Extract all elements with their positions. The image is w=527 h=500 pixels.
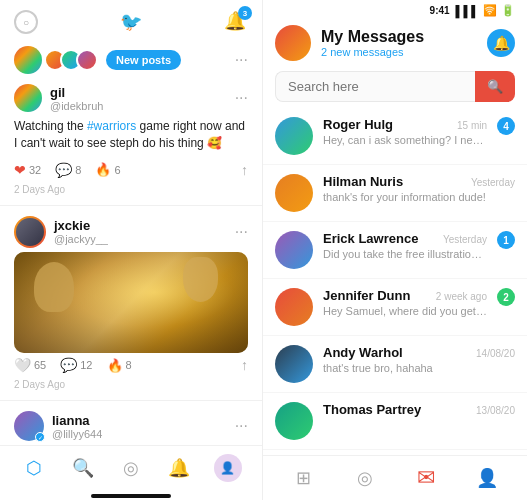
back-icon[interactable]: ○ — [14, 10, 38, 34]
status-icons: ▌▌▌ 🛜 🔋 — [456, 4, 515, 17]
erick-time: Yesterday — [443, 234, 487, 245]
post2-like-button[interactable]: 🤍 65 — [14, 357, 46, 373]
erick-preview: Did you take the free illustration class… — [323, 248, 487, 260]
roger-message-body: Roger Hulg 15 min Hey, can i ask somethi… — [323, 117, 487, 146]
erick-badge: 1 — [497, 231, 515, 249]
wifi-icon: 🛜 — [483, 4, 497, 17]
nav-home-icon[interactable]: ⬡ — [20, 454, 48, 482]
post2-share-icon[interactable]: ↑ — [241, 357, 248, 373]
post1-fires-count: 6 — [114, 164, 120, 176]
thomas-avatar — [275, 402, 313, 440]
search-input[interactable] — [275, 71, 475, 102]
right-nav-activity-icon[interactable]: ◎ — [351, 464, 379, 492]
right-nav-compose-icon[interactable]: ✉ — [412, 464, 440, 492]
post1-actions: ❤ 32 💬 8 🔥 6 ↑ — [0, 158, 262, 182]
status-bar: 9:41 ▌▌▌ 🛜 🔋 — [263, 0, 527, 17]
post1-more-icon[interactable]: ··· — [235, 89, 248, 107]
post3-more-icon[interactable]: ··· — [235, 417, 248, 435]
jennifer-time: 2 week ago — [436, 291, 487, 302]
nav-activity-icon[interactable]: ◎ — [117, 454, 145, 482]
search-button[interactable]: 🔍 — [475, 71, 515, 102]
divider-2 — [0, 400, 262, 401]
new-posts-button[interactable]: New posts — [106, 50, 181, 70]
nav-profile-icon[interactable]: 👤 — [214, 454, 242, 482]
post3-display-name: lianna — [52, 413, 102, 428]
andy-avatar — [275, 345, 313, 383]
jennifer-badge: 2 — [497, 288, 515, 306]
post3-username: lianna @lillyy644 — [52, 413, 102, 440]
status-time: 9:41 — [430, 5, 450, 16]
post2-likes-count: 65 — [34, 359, 46, 371]
erick-name: Erick Lawrence — [323, 231, 418, 246]
andy-message-body: Andy Warhol 14/08/20 that's true bro, ha… — [323, 345, 515, 374]
post2-more-icon[interactable]: ··· — [235, 223, 248, 241]
message-item-thomas[interactable]: Thomas Partrey 13/08/20 — [263, 393, 527, 450]
hilman-name-row: Hilman Nuris Yesterday — [323, 174, 515, 189]
post2-actions: 🤍 65 💬 12 🔥 8 ↑ — [0, 353, 262, 377]
jennifer-avatar — [275, 288, 313, 326]
roger-preview: Hey, can i ask something? I need your he… — [323, 134, 487, 146]
hilman-time: Yesterday — [471, 177, 515, 188]
my-messages-title: My Messages — [321, 28, 477, 46]
message-item-jennifer[interactable]: Jennifer Dunn 2 week ago Hey Samuel, whe… — [263, 279, 527, 336]
left-panel: ○ 🐦 🔔 3 New posts ··· gil @idekbruh ··· … — [0, 0, 263, 500]
post2-username: jxckie @jackyy__ — [54, 218, 108, 245]
right-panel: 9:41 ▌▌▌ 🛜 🔋 My Messages 2 new messages … — [263, 0, 527, 500]
andy-name: Andy Warhol — [323, 345, 403, 360]
right-bottom-nav: ⊞ ◎ ✉ 👤 — [263, 455, 527, 500]
erick-avatar — [275, 231, 313, 269]
post2-avatar — [14, 216, 46, 248]
roger-badge: 4 — [497, 117, 515, 135]
post1-fire-button[interactable]: 🔥 6 — [95, 162, 120, 177]
hilman-preview: thank's for your information dude! — [323, 191, 515, 203]
header-title-block: My Messages 2 new messages — [321, 28, 477, 58]
post1-likes-count: 32 — [29, 164, 41, 176]
message-item-roger[interactable]: Roger Hulg 15 min Hey, can i ask somethi… — [263, 108, 527, 165]
andy-preview: that's true bro, hahaha — [323, 362, 515, 374]
post2-comment-button[interactable]: 💬 12 — [60, 357, 92, 373]
post1-avatar — [14, 84, 42, 112]
jennifer-preview: Hey Samuel, where did you get your point… — [323, 305, 487, 317]
thomas-time: 13/08/20 — [476, 405, 515, 416]
post3-avatar: ✓ — [14, 411, 44, 441]
post2-time: 2 Days Ago — [0, 377, 262, 396]
post2-handle: @jackyy__ — [54, 233, 108, 245]
heart-icon-2: 🤍 — [14, 357, 31, 373]
more-options-icon[interactable]: ··· — [235, 51, 248, 69]
post3-author-row: ✓ lianna @lillyy644 ··· — [0, 405, 262, 445]
heart-icon: ❤ — [14, 162, 26, 178]
notifications-button[interactable]: 🔔 — [487, 29, 515, 57]
left-header: ○ 🐦 🔔 3 — [0, 0, 262, 40]
message-item-andy[interactable]: Andy Warhol 14/08/20 that's true bro, ha… — [263, 336, 527, 393]
post1-time: 2 Days Ago — [0, 182, 262, 201]
avatar-post-user — [14, 46, 42, 74]
post1-text: Watching the #warriors game right now an… — [0, 116, 262, 158]
divider-1 — [0, 205, 262, 206]
my-messages-avatar — [275, 25, 311, 61]
nav-search-icon[interactable]: 🔍 — [69, 454, 97, 482]
right-nav-profile-icon[interactable]: 👤 — [473, 464, 501, 492]
hilman-message-body: Hilman Nuris Yesterday thank's for your … — [323, 174, 515, 203]
message-item-erick[interactable]: Erick Lawrence Yesterday Did you take th… — [263, 222, 527, 279]
post2-fire-button[interactable]: 🔥 8 — [107, 358, 132, 373]
erick-name-row: Erick Lawrence Yesterday — [323, 231, 487, 246]
message-list: Roger Hulg 15 min Hey, can i ask somethi… — [263, 108, 527, 455]
message-item-hilman[interactable]: Hilman Nuris Yesterday thank's for your … — [263, 165, 527, 222]
post2-comments-count: 12 — [80, 359, 92, 371]
notification-count-badge: 3 — [238, 6, 252, 20]
notification-icon-wrapper[interactable]: 🔔 3 — [224, 10, 248, 34]
hilman-avatar — [275, 174, 313, 212]
post1-share-icon[interactable]: ↑ — [241, 162, 248, 178]
thomas-message-body: Thomas Partrey 13/08/20 — [323, 402, 515, 419]
post1-comment-button[interactable]: 💬 8 — [55, 162, 81, 178]
post1-like-button[interactable]: ❤ 32 — [14, 162, 41, 178]
post2-author-row: jxckie @jackyy__ ··· — [0, 210, 262, 252]
signal-icon: ▌▌▌ — [456, 5, 479, 17]
bubble-icon: 💬 — [55, 162, 72, 178]
right-nav-grid-icon[interactable]: ⊞ — [290, 464, 318, 492]
right-header: My Messages 2 new messages 🔔 — [263, 17, 527, 65]
verified-icon: ✓ — [35, 432, 45, 442]
nav-bell-icon[interactable]: 🔔 — [165, 454, 193, 482]
post2-fires-count: 8 — [126, 359, 132, 371]
roger-avatar — [275, 117, 313, 155]
